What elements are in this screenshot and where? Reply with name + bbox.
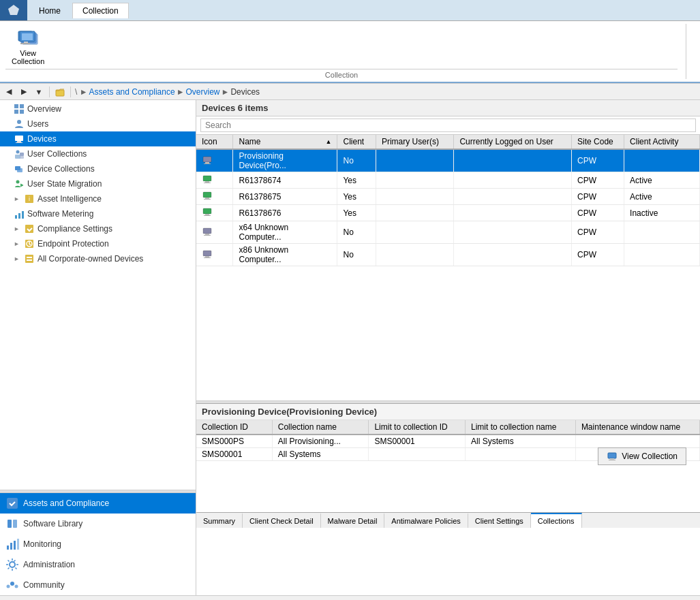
svg-rect-53 — [204, 183, 211, 183]
endpoint-icon — [24, 238, 35, 249]
col-site-code[interactable]: Site Code — [572, 135, 624, 149]
overview-icon — [14, 104, 25, 114]
status-bar: Ready — [0, 595, 700, 600]
tab-collection[interactable]: Collection — [72, 3, 129, 18]
nav-administration[interactable]: Administration — [0, 554, 196, 575]
detail-row[interactable]: SMS000PS All Provisioning... SMS00001 Al… — [196, 435, 700, 448]
nav-label-software: Software Library — [23, 519, 82, 528]
expand-icon-corporate: ► — [14, 255, 20, 262]
col-logged-user[interactable]: Currently Logged on User — [454, 135, 572, 149]
table-row[interactable]: x86 Unknown Computer... No CPW — [196, 244, 700, 266]
svg-rect-18 — [16, 142, 22, 143]
cell-name: x64 Unknown Computer... — [233, 221, 337, 244]
tab-malware[interactable]: Malware Detail — [321, 513, 385, 528]
svg-rect-62 — [204, 235, 211, 236]
sidebar-item-device-collections[interactable]: Device Collections — [0, 161, 196, 176]
svg-rect-30 — [22, 211, 24, 219]
table-row[interactable]: R61378674 Yes CPW Active — [196, 172, 700, 189]
nav-folder-btn[interactable] — [54, 86, 66, 98]
assets-compliance-icon — [5, 496, 19, 510]
col-client-activity[interactable]: Client Activity — [624, 135, 700, 149]
software-library-icon — [5, 517, 19, 531]
breadcrumb-overview[interactable]: Overview — [186, 87, 220, 97]
expand-icon-endpoint: ► — [14, 240, 20, 247]
cell-client-activity: Active — [624, 189, 700, 205]
table-row[interactable]: R61378675 Yes CPW Active — [196, 189, 700, 205]
breadcrumb: \ ► Assets and Compliance ► Overview ► D… — [75, 87, 260, 97]
search-input[interactable] — [200, 119, 696, 132]
sidebar-item-compliance[interactable]: ► Compliance Settings — [0, 221, 196, 236]
svg-rect-58 — [205, 214, 209, 215]
col-name[interactable]: Name▲ — [233, 135, 337, 149]
table-row[interactable]: R61378676 Yes CPW Inactive — [196, 205, 700, 221]
sidebar-item-user-state[interactable]: User State Migration — [0, 176, 196, 191]
detail-header-row: Collection ID Collection name Limit to c… — [196, 420, 700, 435]
cell-client: No — [337, 244, 376, 266]
sidebar-item-endpoint[interactable]: ► Endpoint Protection — [0, 236, 196, 251]
computer-icon — [202, 249, 213, 259]
nav-assets-compliance[interactable]: Assets and Compliance — [0, 493, 196, 514]
svg-rect-63 — [203, 251, 211, 256]
sidebar-item-devices[interactable]: Devices — [0, 131, 196, 146]
svg-rect-38 — [7, 520, 12, 528]
sidebar-item-overview[interactable]: Overview — [0, 101, 196, 116]
cell-client-activity: Inactive — [624, 205, 700, 221]
cell-name: R61378676 — [233, 205, 337, 221]
svg-text:i: i — [29, 195, 30, 202]
breadcrumb-assets[interactable]: Assets and Compliance — [89, 87, 175, 97]
col-client[interactable]: Client — [337, 135, 376, 149]
svg-rect-29 — [18, 213, 20, 219]
ribbon-tab-bar: Home Collection — [0, 0, 700, 21]
compliance-icon — [24, 223, 35, 234]
sidebar-item-users[interactable]: Users — [0, 116, 196, 131]
nav-software-library[interactable]: Software Library — [0, 514, 196, 534]
cell-icon — [196, 244, 233, 266]
detail-col-name[interactable]: Collection name — [272, 420, 369, 435]
detail-col-id[interactable]: Collection ID — [196, 420, 272, 435]
app-icon[interactable] — [0, 0, 27, 20]
svg-point-45 — [10, 582, 14, 586]
dropdown-btn[interactable]: ▼ — [33, 86, 45, 98]
view-collection-ribbon-btn[interactable]: View Collection — [5, 24, 50, 69]
detail-col-limit-name[interactable]: Limit to collection name — [466, 420, 576, 435]
cell-logged-user — [454, 205, 572, 221]
tab-antimalware[interactable]: Antimalware Policies — [384, 513, 468, 528]
cell-icon — [196, 149, 233, 172]
sidebar-item-software-metering[interactable]: Software Metering — [0, 206, 196, 221]
svg-rect-35 — [27, 257, 32, 258]
back-btn[interactable]: ◀ — [3, 86, 15, 98]
tab-collections[interactable]: Collections — [531, 513, 582, 528]
sidebar-item-corporate-devices[interactable]: ► All Corporate-owned Devices — [0, 251, 196, 266]
detail-col-limit-id[interactable]: Limit to collection ID — [369, 420, 466, 435]
detail-col-maint[interactable]: Maintenance window name — [575, 420, 699, 435]
breadcrumb-sep2: ► — [222, 87, 230, 97]
nav-community[interactable]: Community — [0, 575, 196, 595]
tab-home[interactable]: Home — [29, 3, 71, 18]
table-row[interactable]: x64 Unknown Computer... No CPW — [196, 221, 700, 244]
svg-rect-24 — [17, 168, 22, 172]
sidebar-item-asset-intelligence[interactable]: ► i Asset Intelligence — [0, 191, 196, 206]
svg-rect-20 — [15, 155, 20, 159]
col-primary-user[interactable]: Primary User(s) — [376, 135, 454, 149]
breadcrumb-sep0: \ ► — [75, 87, 88, 97]
tab-summary[interactable]: Summary — [196, 513, 243, 528]
computer-icon — [202, 190, 213, 201]
computer-icon — [202, 226, 213, 237]
forward-btn[interactable]: ▶ — [18, 86, 30, 98]
nav-monitoring[interactable]: Monitoring — [0, 534, 196, 554]
cell-icon — [196, 189, 233, 205]
sidebar-label-user-collections: User Collections — [27, 149, 87, 159]
svg-point-44 — [10, 562, 15, 567]
cell-name: Provisioning Device(Pro... — [233, 149, 337, 172]
tab-client-check[interactable]: Client Check Detail — [243, 513, 321, 528]
svg-rect-14 — [20, 110, 24, 114]
col-icon[interactable]: Icon — [196, 135, 233, 149]
nav-label-monitoring: Monitoring — [23, 539, 61, 549]
sidebar-item-user-collections[interactable]: User Collections — [0, 146, 196, 161]
view-collection-detail-btn[interactable]: View Collection — [598, 447, 686, 465]
view-collection-area: View Collection — [598, 447, 686, 465]
sidebar-label-device-collections: Device Collections — [27, 164, 95, 174]
tab-client-settings[interactable]: Client Settings — [468, 513, 531, 528]
table-row[interactable]: Provisioning Device(Pro... No CPW — [196, 149, 700, 172]
svg-rect-57 — [203, 208, 211, 214]
